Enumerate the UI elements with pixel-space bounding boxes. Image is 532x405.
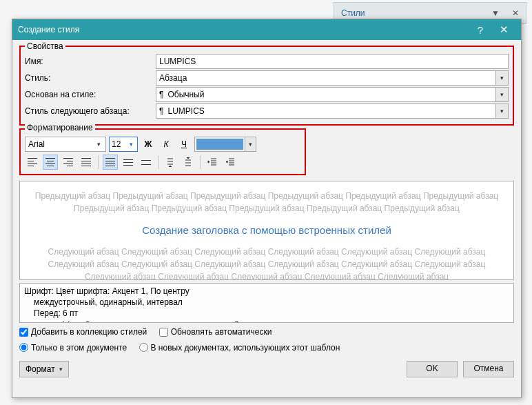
dialog-footer: Формат ▾ OK Отмена (19, 361, 514, 377)
font-size-combo[interactable]: 12 ▾ (109, 137, 138, 152)
pilcrow-icon: ¶ (159, 106, 163, 116)
properties-legend: Свойства (25, 41, 65, 51)
create-style-dialog: Создание стиля ? ✕ Свойства Имя: Стиль: … (12, 19, 522, 398)
decrease-para-spacing-button[interactable] (181, 155, 196, 170)
based-on-value: Обычный (167, 90, 204, 99)
preview-area: Предыдущий абзац Предыдущий абзац Предыд… (19, 181, 514, 280)
auto-update-checkbox[interactable]: Обновлять автоматически (159, 327, 272, 337)
formatting-legend: Форматирование (25, 123, 95, 132)
separator (200, 155, 201, 169)
desc-line: междустрочный, одинарный, интервал (24, 297, 509, 308)
properties-group: Свойства Имя: Стиль: Абзаца ▾ Основан на… (19, 46, 514, 126)
align-right-button[interactable] (61, 155, 76, 170)
font-combo[interactable]: Arial ▾ (25, 137, 106, 152)
chevron-down-icon[interactable]: ▾ (496, 70, 509, 86)
chevron-down-icon[interactable]: ▾ (496, 103, 509, 119)
titlebar: Создание стиля ? ✕ (12, 19, 521, 40)
bold-button[interactable]: Ж (141, 137, 156, 152)
close-icon[interactable]: ✕ (512, 8, 519, 18)
chevron-down-icon[interactable]: ▼ (491, 8, 500, 18)
options-row-2: Только в этом документе В новых документ… (19, 343, 514, 355)
color-swatch (196, 139, 243, 150)
italic-button[interactable]: К (158, 137, 174, 152)
next-style-combo[interactable]: ¶LUMPICS ▾ (156, 103, 509, 119)
decrease-indent-button[interactable] (205, 155, 220, 170)
desc-line: после: 14 пт, Стиль: : показывать в колл… (24, 319, 509, 323)
formatting-group: Форматирование Arial ▾ 12 ▾ Ж К Ч ▾ (19, 128, 306, 175)
styles-pane-label: Стили (341, 8, 365, 18)
options-row-1: Добавить в коллекцию стилей Обновлять ав… (19, 327, 514, 339)
line-spacing-1-5-button[interactable] (121, 155, 136, 170)
ok-button[interactable]: OK (407, 361, 458, 377)
chevron-down-icon: ▾ (59, 366, 63, 373)
font-size-value: 12 (112, 139, 121, 149)
next-paragraph-text: Следующий абзац Следующий абзац Следующи… (32, 246, 501, 280)
based-on-label: Основан на стиле: (25, 90, 156, 99)
chevron-down-icon[interactable]: ▾ (496, 87, 509, 102)
desc-line: Шрифт: Цвет шрифта: Акцент 1, По центру (24, 286, 509, 297)
style-type-label: Стиль: (25, 73, 156, 83)
font-value: Arial (28, 139, 45, 149)
style-description[interactable]: Шрифт: Цвет шрифта: Акцент 1, По центру … (19, 283, 514, 323)
line-spacing-1-button[interactable] (103, 155, 118, 170)
prev-paragraph-text: Предыдущий абзац Предыдущий абзац Предыд… (32, 190, 501, 215)
separator (158, 155, 158, 169)
close-button[interactable]: ✕ (492, 23, 515, 36)
dialog-title: Создание стиля (18, 25, 469, 34)
underline-button[interactable]: Ч (176, 137, 192, 152)
next-style-value: LUMPICS (167, 106, 204, 116)
increase-para-spacing-button[interactable] (163, 155, 178, 170)
next-style-label: Стиль следующего абзаца: (25, 106, 156, 116)
based-on-combo[interactable]: ¶Обычный ▾ (156, 87, 509, 102)
align-justify-button[interactable] (79, 155, 94, 170)
align-center-button[interactable] (43, 155, 58, 170)
chevron-down-icon[interactable]: ▾ (94, 139, 103, 150)
cancel-button[interactable]: Отмена (463, 361, 514, 377)
increase-indent-button[interactable] (223, 155, 238, 170)
add-to-gallery-checkbox[interactable]: Добавить в коллекцию стилей (19, 327, 147, 337)
chevron-down-icon[interactable]: ▾ (245, 137, 256, 151)
desc-line: Перед: 6 пт (24, 308, 509, 319)
sample-text: Создание заголовка с помощью встроенных … (32, 224, 501, 236)
chevron-down-icon[interactable]: ▾ (127, 139, 135, 150)
new-docs-radio[interactable]: В новых документах, использующих этот ша… (139, 343, 340, 353)
format-button[interactable]: Формат ▾ (19, 361, 69, 377)
style-type-value: Абзаца (159, 73, 187, 83)
style-type-combo[interactable]: Абзаца ▾ (156, 70, 509, 86)
name-label: Имя: (25, 57, 156, 66)
pilcrow-icon: ¶ (159, 90, 163, 99)
only-this-doc-radio[interactable]: Только в этом документе (19, 343, 127, 353)
help-button[interactable]: ? (469, 24, 492, 36)
separator (98, 155, 99, 169)
line-spacing-2-button[interactable] (139, 155, 154, 170)
font-color-button[interactable]: ▾ (194, 137, 256, 152)
align-left-button[interactable] (25, 155, 40, 170)
name-input[interactable] (156, 54, 509, 69)
